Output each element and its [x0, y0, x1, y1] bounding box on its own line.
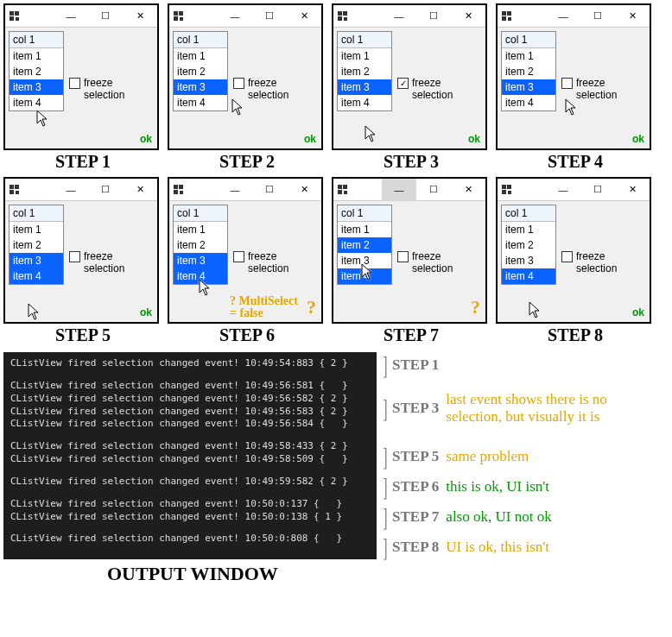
listview-item[interactable]: item 4 — [174, 268, 227, 284]
app-icon — [498, 11, 517, 22]
listview-item[interactable]: item 3 — [10, 253, 63, 268]
maximize-button[interactable]: ☐ — [580, 179, 615, 201]
listview-item[interactable]: item 4 — [502, 95, 555, 110]
listview-header[interactable]: col 1 — [174, 205, 227, 222]
listview[interactable]: col 1item 1item 2item 3item 4 — [501, 31, 556, 111]
listview-item[interactable]: item 1 — [502, 48, 555, 64]
listview-item[interactable]: item 1 — [338, 48, 391, 64]
close-button[interactable]: ✕ — [451, 179, 485, 201]
maximize-button[interactable]: ☐ — [580, 5, 615, 28]
status-question: ? — [307, 296, 316, 318]
freeze-selection-checkbox[interactable]: freezeselection — [397, 251, 453, 275]
titlebar: —☐✕ — [498, 5, 650, 28]
window-step-7: —☐✕col 1item 1item 2item 3item 4freezese… — [332, 177, 487, 324]
listview-header[interactable]: col 1 — [502, 32, 555, 48]
listview-item[interactable]: item 1 — [174, 222, 227, 237]
bracket-icon: ] — [384, 449, 390, 464]
listview-item[interactable]: item 4 — [174, 95, 227, 110]
listview-item[interactable]: item 2 — [10, 237, 63, 253]
listview[interactable]: col 1item 1item 2item 3item 4 — [173, 205, 228, 285]
listview-item[interactable]: item 2 — [338, 237, 391, 253]
close-button[interactable]: ✕ — [615, 179, 650, 201]
listview-item[interactable]: item 3 — [502, 253, 555, 268]
listview-item[interactable]: item 2 — [502, 64, 555, 79]
listview-item[interactable]: item 2 — [174, 237, 227, 253]
listview-item[interactable]: item 1 — [10, 48, 63, 64]
output-terminal: CListView fired selection changed event!… — [3, 352, 377, 559]
freeze-selection-checkbox[interactable]: freezeselection — [233, 251, 288, 275]
minimize-button[interactable]: — — [218, 5, 252, 28]
listview-item[interactable]: item 1 — [338, 222, 391, 237]
listview-item[interactable]: item 3 — [10, 79, 63, 95]
listview-item[interactable]: item 1 — [10, 222, 63, 237]
close-button[interactable]: ✕ — [287, 179, 321, 201]
listview[interactable]: col 1item 1item 2item 3item 4 — [9, 205, 64, 285]
freeze-selection-checkbox[interactable]: freezeselection — [561, 251, 617, 275]
listview-item[interactable]: item 3 — [338, 253, 391, 268]
maximize-button[interactable]: ☐ — [416, 179, 451, 201]
listview-header[interactable]: col 1 — [10, 205, 63, 222]
checkbox-box[interactable] — [69, 78, 80, 89]
svg-rect-22 — [174, 190, 178, 194]
close-button[interactable]: ✕ — [123, 5, 157, 28]
close-button[interactable]: ✕ — [451, 5, 485, 28]
checkbox-box[interactable]: ✓ — [397, 78, 409, 89]
minimize-button[interactable]: — — [546, 179, 580, 201]
listview-header[interactable]: col 1 — [10, 32, 63, 48]
checkbox-box[interactable] — [69, 251, 80, 262]
checkbox-box[interactable] — [561, 78, 573, 89]
minimize-button[interactable]: — — [54, 5, 88, 28]
listview-item[interactable]: item 3 — [174, 79, 227, 95]
listview-item[interactable]: item 2 — [338, 64, 391, 79]
listview[interactable]: col 1item 1item 2item 3item 4 — [173, 31, 228, 111]
listview-header[interactable]: col 1 — [174, 32, 227, 48]
maximize-button[interactable]: ☐ — [252, 5, 287, 28]
freeze-selection-checkbox[interactable]: freezeselection — [233, 78, 288, 102]
checkbox-box[interactable] — [397, 251, 409, 262]
close-button[interactable]: ✕ — [287, 5, 321, 28]
close-button[interactable]: ✕ — [123, 179, 157, 201]
listview-item[interactable]: item 1 — [502, 222, 555, 237]
listview-item[interactable]: item 3 — [502, 79, 555, 95]
freeze-selection-checkbox[interactable]: freezeselection — [69, 251, 124, 275]
anno-note: same problem — [446, 448, 529, 465]
maximize-button[interactable]: ☐ — [252, 179, 287, 201]
freeze-selection-checkbox[interactable]: ✓freezeselection — [397, 78, 453, 102]
minimize-button[interactable]: — — [382, 5, 416, 28]
maximize-button[interactable]: ☐ — [88, 179, 123, 201]
listview[interactable]: col 1item 1item 2item 3item 4 — [501, 205, 556, 285]
listview-header[interactable]: col 1 — [338, 32, 391, 48]
minimize-button[interactable]: — — [382, 179, 416, 201]
close-button[interactable]: ✕ — [615, 5, 650, 28]
maximize-button[interactable]: ☐ — [88, 5, 123, 28]
listview-item[interactable]: item 3 — [338, 79, 391, 95]
window-step-8: —☐✕col 1item 1item 2item 3item 4freezese… — [496, 177, 651, 324]
listview-item[interactable]: item 2 — [502, 237, 555, 253]
listview[interactable]: col 1item 1item 2item 3item 4 — [9, 31, 64, 111]
listview-item[interactable]: item 3 — [174, 253, 227, 268]
app-icon — [498, 185, 517, 195]
checkbox-box[interactable] — [233, 78, 244, 89]
minimize-button[interactable]: — — [546, 5, 580, 28]
checkbox-box[interactable] — [561, 251, 573, 262]
listview-item[interactable]: item 4 — [10, 95, 63, 110]
freeze-selection-checkbox[interactable]: freezeselection — [69, 78, 124, 102]
checkbox-label: freezeselection — [248, 251, 288, 275]
minimize-button[interactable]: — — [218, 179, 252, 201]
listview-item[interactable]: item 4 — [502, 268, 555, 284]
listview-item[interactable]: item 4 — [10, 268, 63, 284]
listview-item[interactable]: item 1 — [174, 48, 227, 64]
listview-item[interactable]: item 2 — [10, 64, 63, 79]
minimize-button[interactable]: — — [54, 179, 88, 201]
listview-item[interactable]: item 4 — [338, 95, 391, 110]
svg-rect-2 — [10, 16, 14, 21]
checkbox-box[interactable] — [233, 251, 244, 262]
listview-header[interactable]: col 1 — [502, 205, 555, 222]
listview[interactable]: col 1item 1item 2item 3item 4 — [337, 31, 392, 111]
maximize-button[interactable]: ☐ — [416, 5, 451, 28]
listview[interactable]: col 1item 1item 2item 3item 4 — [337, 205, 392, 285]
listview-header[interactable]: col 1 — [338, 205, 391, 222]
freeze-selection-checkbox[interactable]: freezeselection — [561, 78, 617, 102]
listview-item[interactable]: item 2 — [174, 64, 227, 79]
listview-item[interactable]: item 4 — [338, 268, 391, 284]
